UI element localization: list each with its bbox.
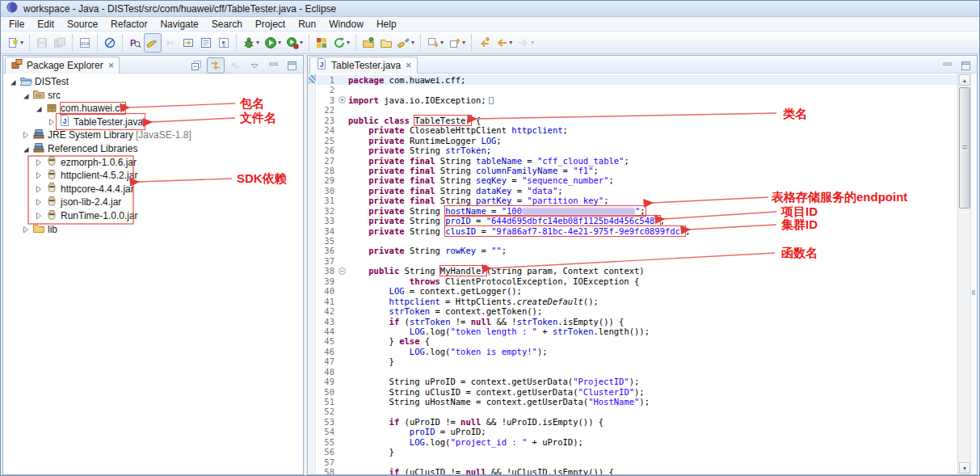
tree-item-src[interactable]: src [19,89,62,102]
next-annotation-icon[interactable]: ▾ [424,33,446,53]
editor-tab[interactable]: J TableTester.java ✕ [309,57,418,74]
last-edit-location-icon[interactable] [475,33,493,53]
code-text: private CloseableHttpClient httpclient; [348,125,957,135]
expand-twisty-icon[interactable] [45,116,57,128]
scrollbar-thumb[interactable] [959,87,970,209]
expand-twisty-icon[interactable] [32,170,44,181]
tree-item-httpcore-4-4-4-jar[interactable]: httpcore-4.4.4.jar [32,183,136,196]
menu-file[interactable]: File [2,18,31,31]
show-list-icon[interactable] [197,33,215,53]
fold-expand-icon[interactable]: + [339,96,346,103]
folded-region-indicator[interactable] [489,97,494,104]
code-line: 37 [317,256,957,266]
expand-twisty-icon[interactable] [32,157,44,168]
new-wizard-icon[interactable]: ▾ [4,33,26,53]
inspect-plugin-icon[interactable]: P [126,33,144,53]
minimize-icon[interactable] [265,57,282,74]
project-tree[interactable]: DISTestsrccom.huawei.cffJTableTester.jav… [3,74,303,474]
mark-occurrences-icon[interactable] [144,33,162,53]
menu-refactor[interactable]: Refactor [104,18,154,31]
package-explorer-title: Package Explorer [27,60,103,71]
menu-search[interactable]: Search [205,18,249,31]
tree-item-distest[interactable]: DISTest [6,75,70,88]
dropdown-caret-icon[interactable]: ▾ [347,39,350,46]
red-highlight-box: proID = "644d695dbfc14eb08f1125b4d456c54… [445,216,660,225]
expand-twisty-icon[interactable] [32,210,44,221]
menu-help[interactable]: Help [370,18,403,31]
link-editor-icon[interactable] [207,57,225,74]
sync-icon[interactable] [179,33,197,53]
tree-item-tabletester-java[interactable]: JTableTester.java [45,116,145,128]
close-icon[interactable]: ✕ [404,61,412,70]
dropdown-caret-icon[interactable]: ▾ [256,39,259,46]
previous-annotation-icon[interactable]: ▾ [446,33,468,53]
show-whitespace-icon[interactable]: ¶ [215,33,233,53]
minimize-icon[interactable] [939,57,956,74]
tree-item-referenced-libraries[interactable]: Referenced Libraries [19,142,139,155]
skip-breakpoints-icon[interactable] [101,33,119,53]
collapse-all-icon[interactable] [187,57,205,74]
fold-collapse-icon[interactable]: − [339,267,346,275]
dropdown-caret-icon[interactable]: ▾ [462,39,465,46]
menu-edit[interactable]: Edit [31,18,61,31]
collapse-twisty-icon[interactable] [6,76,18,87]
menu-source[interactable]: Source [61,18,104,31]
code-line: 46 LOG.log("token is empty!"); [317,347,957,356]
open-type-icon[interactable] [360,33,377,53]
tree-item-com-huawei-cff[interactable]: com.huawei.cff [32,102,127,115]
expand-twisty-icon[interactable] [32,183,44,195]
menu-project[interactable]: Project [249,18,292,31]
collapse-twisty-icon[interactable] [32,103,44,114]
code-editor[interactable]: 1package com.huawei.cff;23+import java.i… [308,74,977,474]
expand-twisty-icon[interactable] [32,196,44,208]
code-line: 42 strToken = context.getToken(); [317,306,957,316]
tree-item-label: RunTime-1.0.0.jar [61,210,138,221]
code-text: } [348,447,957,457]
fold-gutter [338,226,348,236]
menu-navigate[interactable]: Navigate [154,18,204,31]
tree-item-ezmorph-1-0-6-jar[interactable]: ezmorph-1.0.6.jar [32,156,138,169]
menu-run[interactable]: Run [292,18,322,31]
open-resource-icon[interactable] [377,33,395,53]
code-text: LOG = context.getLogger(); [348,286,957,296]
tree-item-jre-system-library[interactable]: JRE System Library [JavaSE-1.8] [19,128,193,141]
eclipse-window: workspace - Java - DISTest/src/com/huawe… [0,0,980,476]
vertical-scrollbar[interactable]: ▲ ▼ [957,74,970,474]
tree-item-json-lib-2-4-jar[interactable]: json-lib-2.4.jar [32,196,123,209]
expand-twisty-icon[interactable] [19,129,31,141]
fold-gutter [338,347,348,356]
tree-item-lib[interactable]: lib [19,223,59,236]
external-tools-icon[interactable]: ▾ [330,33,352,53]
maximize-icon[interactable] [957,57,974,74]
package-explorer-tab[interactable]: Package Explorer ✕ [5,57,120,74]
scroll-up-arrow[interactable]: ▲ [959,74,970,86]
svg-text:¶: ¶ [222,39,226,47]
dropdown-caret-icon[interactable]: ▾ [278,39,281,46]
code-line: 33 private String proID = "644d695dbfc14… [317,216,957,225]
debug-icon[interactable]: ▾ [240,33,262,53]
maximize-icon[interactable] [284,57,301,74]
line-number: 22 [317,105,338,115]
run-icon[interactable]: ▾ [262,33,284,53]
dropdown-caret-icon[interactable]: ▾ [531,39,534,46]
close-icon[interactable]: ✕ [107,61,115,70]
scroll-down-arrow[interactable]: ▼ [959,462,970,474]
collapse-twisty-icon[interactable] [19,143,31,154]
coverage-icon[interactable] [313,33,330,53]
expand-twisty-icon[interactable] [19,224,31,235]
view-menu-icon[interactable] [246,57,263,74]
dropdown-caret-icon[interactable]: ▾ [411,39,414,46]
dropdown-caret-icon[interactable]: ▾ [20,39,23,46]
back-icon[interactable]: ▾ [493,33,515,53]
dropdown-caret-icon[interactable]: ▾ [440,39,444,46]
search-icon[interactable]: ▾ [395,33,417,53]
dropdown-caret-icon[interactable]: ▾ [300,39,303,46]
tree-item-runtime-1-0-0-jar[interactable]: RunTime-1.0.0.jar [32,209,140,222]
dropdown-caret-icon[interactable]: ▾ [509,39,512,46]
code-text [348,236,957,246]
collapse-twisty-icon[interactable] [19,90,31,101]
binary-console-icon[interactable]: 010 [76,33,94,53]
menu-window[interactable]: Window [322,18,370,31]
profile-icon[interactable]: ▾ [284,33,305,53]
tree-item-httpclient-4-5-2-jar[interactable]: httpclient-4.5.2.jar [32,169,139,182]
